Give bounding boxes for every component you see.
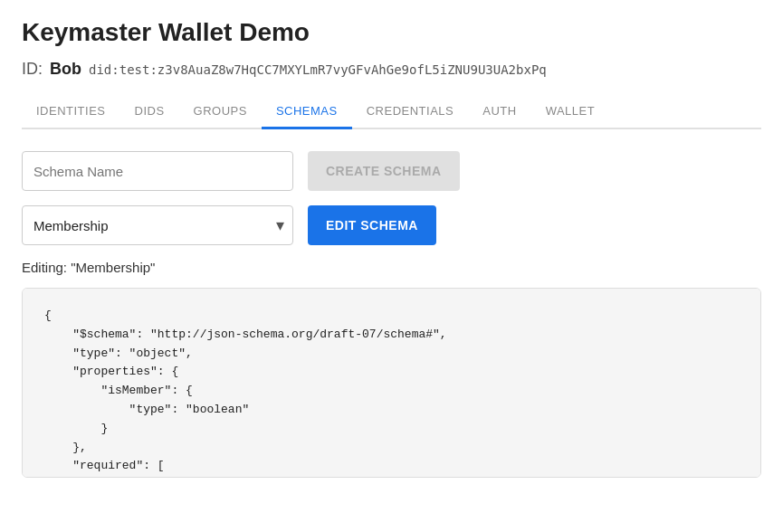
tab-schemas[interactable]: SCHEMAS bbox=[262, 95, 352, 129]
app-title: Keymaster Wallet Demo bbox=[22, 18, 761, 47]
identity-did: did:test:z3v8AuaZ8w7HqCC7MXYLmR7vyGFvAhG… bbox=[89, 62, 547, 77]
schema-select[interactable]: Membership bbox=[22, 205, 293, 245]
schema-create-row: CREATE SCHEMA bbox=[22, 151, 761, 191]
schema-select-wrapper: Membership ▾ bbox=[22, 205, 293, 245]
tab-auth[interactable]: AUTH bbox=[468, 95, 530, 129]
editing-label: Editing: "Membership" bbox=[22, 260, 761, 275]
json-editor[interactable]: { "$schema": "http://json-schema.org/dra… bbox=[22, 288, 761, 478]
edit-schema-button[interactable]: EDIT SCHEMA bbox=[308, 205, 436, 245]
schema-name-input[interactable] bbox=[22, 151, 293, 191]
tab-identities[interactable]: IDENTITIES bbox=[22, 95, 120, 129]
tab-groups[interactable]: GROUPS bbox=[179, 95, 262, 129]
tab-bar: IDENTITIES DIDS GROUPS SCHEMAS CREDENTIA… bbox=[22, 95, 761, 129]
schema-select-row: Membership ▾ EDIT SCHEMA bbox=[22, 205, 761, 245]
tab-dids[interactable]: DIDS bbox=[120, 95, 179, 129]
tab-wallet[interactable]: WALLET bbox=[531, 95, 610, 129]
tab-credentials[interactable]: CREDENTIALS bbox=[352, 95, 469, 129]
identity-name: Bob bbox=[50, 60, 81, 79]
id-label: ID: bbox=[22, 60, 43, 79]
create-schema-button[interactable]: CREATE SCHEMA bbox=[308, 151, 460, 191]
identity-row: ID: Bob did:test:z3v8AuaZ8w7HqCC7MXYLmR7… bbox=[22, 60, 761, 79]
